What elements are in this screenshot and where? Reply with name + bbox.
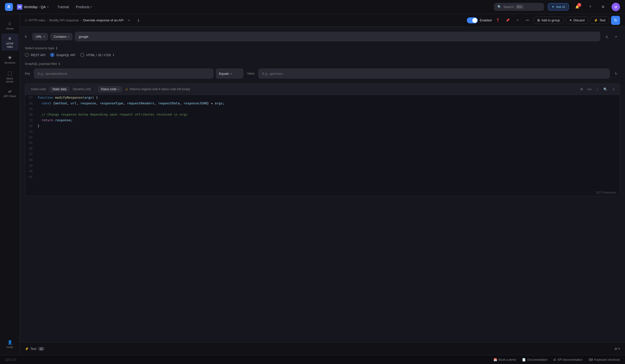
sidebar-mock-server-label: Mock server — [3, 77, 17, 83]
top-navigation: R W Workday - QA ▾ Tutorial Products ▾ 🔍… — [0, 0, 625, 14]
url-value-input[interactable] — [75, 32, 600, 41]
breadcrumb-sep-2: › — [80, 18, 81, 22]
footer-links: 📅 Book a demo 📄 Documentation ⊞ API docu… — [493, 358, 620, 362]
sidebar-item-mock-server[interactable]: ⬚ Mock server — [1, 68, 19, 85]
workspace-name-label: Workday - QA — [24, 5, 46, 9]
more-options-button[interactable]: ••• — [524, 16, 531, 24]
resource-type-info-icon[interactable]: ℹ — [56, 46, 57, 50]
products-nav-link[interactable]: Products ▾ — [73, 3, 95, 10]
workspace-chevron: ▾ — [47, 5, 48, 8]
keyboard-shortcuts-link[interactable]: ⌨ Keyboard shortcuts — [589, 358, 620, 362]
sidebar-item-api-client[interactable]: ⇄ API Client — [1, 86, 19, 100]
enabled-toggle[interactable] — [467, 17, 478, 23]
home-icon: ⌂ — [8, 20, 11, 26]
url-type-select[interactable]: URL ▾ — [32, 33, 48, 40]
invite-icon: 👤 — [7, 340, 12, 345]
test-button[interactable]: ⚡ Test — [590, 17, 609, 24]
filter-button[interactable]: ≡ — [612, 33, 620, 40]
code-line-40: 40 — [25, 168, 620, 174]
equals-chevron: ▾ — [230, 72, 232, 75]
refresh-filter-button[interactable]: ↻ — [612, 70, 620, 78]
graphql-api-radio-circle — [50, 53, 54, 57]
discard-button[interactable]: ✕ Discard — [566, 17, 588, 24]
add-to-group-label: Add to group — [541, 18, 560, 22]
products-label: Products — [76, 5, 90, 9]
copy-code-button[interactable]: ⧉ — [578, 86, 585, 93]
code-line-27: 27 function modifyResponse(args) { — [25, 95, 620, 101]
api-documentation-link[interactable]: ⊞ API documentation — [553, 358, 582, 362]
graphql-filter-info-icon[interactable]: ℹ — [59, 62, 60, 66]
resource-type-section-label: Select resource type ℹ — [25, 46, 620, 50]
info-button[interactable]: ℹ — [135, 16, 143, 24]
sidebar-item-sessions[interactable]: ◈ Sessions — [1, 52, 19, 67]
sidebar-item-http-rules[interactable]: ≡ HTTP rules — [1, 34, 19, 51]
breadcrumb-actions: Enabled ❓ 📌 ↗ ••• ⊞ Add to group ✕ Disca… — [467, 16, 620, 25]
value-input[interactable] — [258, 69, 610, 79]
discard-icon: ✕ — [569, 18, 572, 22]
api-documentation-label: API documentation — [557, 358, 582, 362]
breadcrumb-bar: ⬡ HTTP rules › Modify API response › Ove… — [20, 14, 625, 27]
code-content[interactable]: 27 function modifyResponse(args) { 28 co… — [25, 95, 620, 189]
condition-type-chevron: ▾ — [68, 35, 69, 38]
save-icon: ↻ — [614, 18, 617, 23]
expand-test-panel-button[interactable]: ⊞ ▾ — [615, 347, 620, 351]
keyboard-shortcuts-label: Keyboard shortcuts — [594, 358, 620, 362]
documentation-icon: 📄 — [522, 358, 526, 362]
static-data-tab[interactable]: Static data — [49, 86, 69, 92]
breadcrumb-current: Override response of an API — [83, 18, 123, 22]
help-rule-button[interactable]: ❓ — [494, 16, 502, 24]
format-code-button[interactable]: </> — [586, 86, 593, 93]
book-demo-link[interactable]: 📅 Book a demo — [493, 358, 516, 362]
equals-select[interactable]: Equals ▾ — [216, 69, 243, 79]
rule-editor: If URL ▾ Contains ▾ A̧ ≡ Select resource… — [20, 27, 625, 342]
graphql-api-label: GraphQL API — [56, 53, 75, 57]
search-bar[interactable]: 🔍 Search ⌘K — [494, 3, 544, 11]
sidebar-api-client-label: API Client — [4, 95, 16, 98]
test-bar-icon: ⚡ — [25, 347, 29, 351]
search-code-button[interactable]: 🔍 — [602, 86, 609, 93]
help-button[interactable]: ? — [586, 2, 595, 11]
key-input[interactable] — [34, 69, 213, 79]
rest-api-radio[interactable]: REST API — [25, 53, 45, 57]
regex-filter-button[interactable]: A̧ — [603, 33, 611, 40]
key-label: Key — [25, 72, 32, 75]
condition-type-select[interactable]: Contains ▾ — [50, 33, 72, 40]
ask-ai-button[interactable]: ✦ Ask AI — [548, 3, 569, 10]
graphql-filter-section-label: GraphQL payload filter ℹ — [25, 62, 620, 66]
add-to-group-button[interactable]: ⊞ Add to group — [533, 17, 564, 24]
html-js-css-radio[interactable]: HTML / JS / CSS ℹ — [80, 53, 114, 57]
dynamic-js-tab[interactable]: Dynamic (JS) — [70, 86, 94, 92]
products-chevron: ▾ — [91, 5, 92, 8]
code-line-41: 41 — [25, 174, 620, 180]
sidebar-home-label: Home — [6, 27, 13, 30]
save-button[interactable]: ↻ — [611, 16, 620, 25]
payload-filter-row: Key Equals ▾ Value ↻ — [25, 69, 620, 79]
sidebar-http-rules-label: HTTP rules — [3, 42, 17, 48]
share-button[interactable]: ↗ — [514, 16, 522, 24]
workspace-switcher[interactable]: W Workday - QA ▾ — [17, 4, 48, 10]
settings-button[interactable]: ⚙ — [599, 2, 608, 11]
edit-breadcrumb-button[interactable]: ✏ — [125, 16, 133, 24]
user-avatar[interactable]: U — [612, 3, 620, 11]
graphql-api-radio[interactable]: GraphQL API — [50, 53, 75, 57]
tutorial-nav-link[interactable]: Tutorial — [54, 3, 72, 10]
status-code-select[interactable]: Status code ▾ — [98, 86, 122, 92]
documentation-link[interactable]: 📄 Documentation — [522, 358, 547, 362]
wrap-code-button[interactable]: ↕ — [594, 86, 601, 93]
sidebar-item-home[interactable]: ⌂ Home — [1, 18, 19, 33]
html-js-css-info[interactable]: ℹ — [113, 53, 114, 57]
pin-button[interactable]: 📌 — [504, 16, 512, 24]
add-to-group-icon: ⊞ — [537, 18, 540, 22]
insert-code-tab[interactable]: Insert code — [28, 86, 49, 92]
fullscreen-button[interactable]: ⤢ — [610, 86, 617, 93]
api-documentation-icon: ⊞ — [553, 358, 556, 362]
notifications-button[interactable]: 🔔 7 — [573, 2, 582, 11]
sidebar-item-invite[interactable]: 👤 Invite — [1, 337, 19, 351]
app-logo[interactable]: R — [5, 3, 13, 11]
test-bar-label[interactable]: ⚡ Test 12 — [25, 347, 45, 351]
breadcrumb: ⬡ HTTP rules › Modify API response › Ove… — [25, 16, 467, 24]
equals-value: Equals — [219, 72, 229, 76]
test-label: Test — [599, 18, 605, 22]
breadcrumb-modify-api[interactable]: Modify API response — [49, 18, 79, 22]
breadcrumb-http-rules[interactable]: HTTP rules — [29, 18, 45, 22]
